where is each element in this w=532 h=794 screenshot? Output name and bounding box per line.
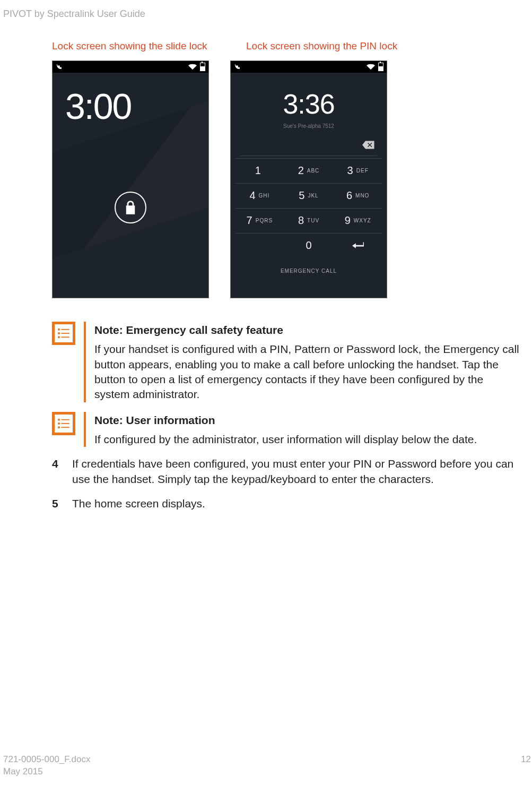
note-title: Note: Emergency call safety feature [94, 323, 519, 338]
key-8[interactable]: 8TUV [284, 209, 334, 233]
step-4: 4 If credentials have been configured, y… [52, 456, 519, 487]
battery-icon [200, 63, 205, 71]
footer-filename: 721-0005-000_F.docx [3, 754, 90, 766]
key-blank [235, 234, 284, 258]
key-0[interactable]: 0 [284, 234, 334, 258]
key-5[interactable]: 5JKL [284, 184, 334, 208]
svg-rect-8 [58, 422, 60, 425]
step-5: 5 The home screen displays. [52, 496, 519, 511]
key-3[interactable]: 3DEF [333, 159, 382, 183]
svg-rect-0 [58, 329, 60, 331]
note-emergency: Note: Emergency call safety feature If y… [52, 322, 519, 402]
lock-icon [125, 201, 136, 214]
step-number: 4 [52, 456, 72, 487]
svg-rect-7 [62, 419, 69, 420]
key-9[interactable]: 9WXYZ [333, 209, 382, 233]
svg-rect-3 [62, 333, 69, 334]
note-body: If your handset is configured with a PIN… [94, 342, 519, 402]
svg-rect-6 [58, 419, 60, 421]
battery-icon [378, 63, 383, 71]
svg-rect-11 [62, 427, 69, 428]
running-header: PIVOT by Spectralink User Guide [0, 7, 532, 20]
backspace-icon[interactable] [362, 141, 375, 149]
note-icon [52, 412, 75, 435]
step-number: 5 [52, 496, 72, 511]
note-icon [52, 322, 75, 345]
svg-rect-4 [58, 336, 60, 338]
list-icon [58, 419, 69, 428]
note-user-info: Note: User information If configured by … [52, 412, 519, 447]
phone-icon [234, 64, 240, 70]
footer-page-number: 12 [521, 754, 532, 778]
step-text: The home screen displays. [72, 496, 519, 511]
slide-lock-handle[interactable] [115, 192, 146, 223]
svg-rect-1 [62, 329, 69, 330]
page-footer: 721-0005-000_F.docx May 2015 12 [3, 754, 532, 778]
caption-pin-lock: Lock screen showing the PIN lock [246, 39, 403, 53]
key-7[interactable]: 7PQRS [235, 209, 284, 233]
svg-rect-2 [58, 332, 60, 334]
screenshot-row: 3:00 3:36 [52, 61, 519, 298]
phone-slide-lock: 3:00 [52, 61, 209, 298]
wifi-icon [188, 64, 197, 70]
wifi-icon [367, 64, 375, 70]
document-page: PIVOT by Spectralink User Guide Lock scr… [0, 0, 532, 788]
list-icon [58, 329, 69, 338]
footer-date: May 2015 [3, 766, 90, 778]
key-enter[interactable] [333, 234, 382, 258]
step-text: If credentials have been configured, you… [72, 456, 519, 487]
pin-keypad: 1 2ABC 3DEF 4GHI 5JKL 6MNO 7PQRS 8TUV 9W… [235, 158, 382, 258]
caption-slide-lock: Lock screen showing the slide lock [52, 39, 209, 53]
owner-subtext: Sue's Pre-alpha 7512 [231, 123, 387, 130]
note-divider [84, 412, 86, 447]
phone-pin-lock: 3:36 Sue's Pre-alpha 7512 1 2ABC 3DEF [230, 61, 387, 298]
clock-time: 3:36 [231, 85, 387, 123]
pin-entry-field[interactable] [240, 137, 377, 156]
key-6[interactable]: 6MNO [333, 184, 382, 208]
key-1[interactable]: 1 [235, 159, 284, 183]
status-bar [231, 61, 387, 73]
svg-rect-9 [62, 423, 69, 424]
caption-row: Lock screen showing the slide lock Lock … [52, 39, 519, 53]
status-bar [53, 61, 208, 73]
svg-rect-5 [62, 336, 69, 338]
note-title: Note: User information [94, 413, 519, 428]
note-body: If configured by the administrator, user… [94, 432, 519, 447]
enter-icon [352, 242, 364, 249]
phone-icon [56, 64, 62, 70]
footer-left: 721-0005-000_F.docx May 2015 [3, 754, 90, 778]
emergency-call-button[interactable]: EMERGENCY CALL [231, 267, 387, 275]
svg-rect-10 [58, 426, 60, 428]
content-area: Lock screen showing the slide lock Lock … [52, 39, 519, 511]
key-4[interactable]: 4GHI [235, 184, 284, 208]
key-2[interactable]: 2ABC [284, 159, 334, 183]
note-divider [84, 322, 86, 402]
